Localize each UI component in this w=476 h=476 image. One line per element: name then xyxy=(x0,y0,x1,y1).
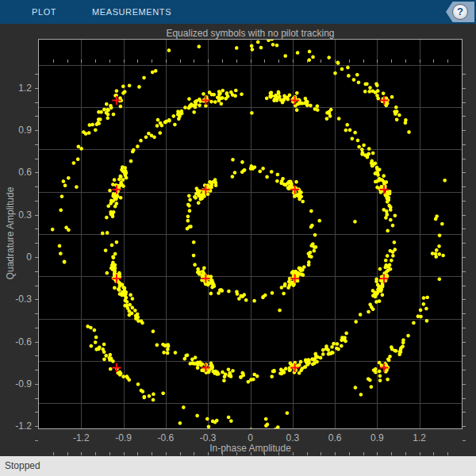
axis-tick-mark xyxy=(35,215,38,216)
help-button[interactable]: ? xyxy=(446,2,474,22)
y-tick-label: 0.6 xyxy=(0,167,32,178)
tab-plot[interactable]: PLOT xyxy=(32,0,56,24)
axis-tick-mark xyxy=(463,370,466,370)
axis-tick-mark xyxy=(35,257,38,258)
axis-tick-mark xyxy=(349,60,350,63)
axis-tick-mark xyxy=(463,398,466,399)
axis-tick-mark xyxy=(109,452,110,455)
axis-tick-mark xyxy=(67,452,68,455)
axis-tick-mark xyxy=(35,243,38,244)
axis-tick-mark xyxy=(35,88,38,89)
axis-tick-mark xyxy=(35,384,38,385)
axis-tick-mark xyxy=(166,60,167,63)
chart-title: Equalized symbols with no pilot tracking xyxy=(39,28,462,39)
axis-tick-mark xyxy=(137,452,138,455)
y-tick-label: -0.9 xyxy=(0,378,32,390)
axis-tick-mark xyxy=(35,102,38,103)
axis-tick-mark xyxy=(264,452,265,455)
axis-tick-mark xyxy=(35,228,38,229)
axis-tick-mark xyxy=(377,60,378,63)
axis-tick-mark xyxy=(95,60,96,63)
axis-tick-mark xyxy=(463,186,466,187)
axis-tick-mark xyxy=(293,452,294,455)
axis-tick-mark xyxy=(420,452,420,455)
x-tick-label: 1.2 xyxy=(404,432,436,443)
axis-tick-mark xyxy=(321,60,321,63)
x-tick-label: 0.6 xyxy=(319,432,351,443)
y-axis-label: Quadrature Amplitude xyxy=(5,187,16,280)
axis-tick-mark xyxy=(349,452,350,455)
y-tick-label: -1.2 xyxy=(0,420,32,432)
axis-tick-mark xyxy=(35,159,38,159)
axis-tick-mark xyxy=(463,328,466,328)
axis-tick-mark xyxy=(35,313,38,314)
axis-tick-mark xyxy=(420,60,420,63)
axis-tick-mark xyxy=(433,452,434,455)
axis-tick-mark xyxy=(463,74,466,75)
axis-tick-mark xyxy=(463,130,466,131)
axis-tick-mark xyxy=(463,215,466,216)
x-tick-label: 0 xyxy=(235,432,267,443)
plot-area[interactable] xyxy=(38,39,463,429)
axis-tick-mark xyxy=(463,426,466,427)
tab-measurements[interactable]: MEASUREMENTS xyxy=(92,0,171,24)
axis-tick-mark xyxy=(152,60,152,63)
y-tick-label: 0.9 xyxy=(0,125,32,136)
axis-tick-mark xyxy=(307,60,308,63)
axis-tick-mark xyxy=(363,452,364,455)
axis-tick-mark xyxy=(35,440,38,441)
axis-tick-mark xyxy=(35,201,38,202)
axis-tick-mark xyxy=(35,286,38,286)
axis-tick-mark xyxy=(194,452,194,455)
y-tick-label: -0.6 xyxy=(0,336,32,347)
axis-tick-mark xyxy=(335,452,336,455)
axis-tick-mark xyxy=(293,60,294,63)
axis-tick-mark xyxy=(67,60,68,63)
axis-tick-mark xyxy=(124,452,125,455)
axis-tick-mark xyxy=(463,228,466,229)
axis-tick-mark xyxy=(463,355,466,356)
axis-tick-mark xyxy=(391,452,392,455)
axis-tick-mark xyxy=(278,452,279,455)
constellation-plot-canvas[interactable] xyxy=(39,40,462,428)
axis-tick-mark xyxy=(463,172,466,173)
constellation-diagram-window: PLOT MEASUREMENTS ? Equalized symbols wi… xyxy=(0,0,476,476)
axis-tick-mark xyxy=(391,60,392,63)
y-tick-label: 0 xyxy=(0,251,32,263)
axis-tick-mark xyxy=(35,186,38,187)
toolstrip: PLOT MEASUREMENTS ? xyxy=(0,0,476,24)
axis-tick-mark xyxy=(137,60,138,63)
axis-tick-mark xyxy=(377,452,378,455)
axis-tick-mark xyxy=(180,452,181,455)
axis-tick-mark xyxy=(405,452,406,455)
axis-tick-mark xyxy=(463,412,466,413)
x-tick-label: 0.3 xyxy=(277,432,309,443)
axis-tick-mark xyxy=(35,398,38,399)
axis-tick-mark xyxy=(53,452,54,455)
x-tick-label: 0.9 xyxy=(361,432,393,443)
axis-tick-mark xyxy=(447,452,448,455)
axis-tick-mark xyxy=(35,412,38,413)
axis-tick-mark xyxy=(152,452,152,455)
axis-tick-mark xyxy=(463,299,466,300)
axis-tick-mark xyxy=(180,60,181,63)
x-tick-label: -0.9 xyxy=(108,432,140,443)
y-tick-label: -0.3 xyxy=(0,294,32,305)
axis-tick-mark xyxy=(363,60,364,63)
axis-tick-mark xyxy=(463,440,466,441)
axis-tick-mark xyxy=(222,60,223,63)
axis-tick-mark xyxy=(463,286,466,286)
axis-tick-mark xyxy=(35,130,38,131)
axis-tick-mark xyxy=(194,60,194,63)
axis-tick-mark xyxy=(236,452,237,455)
axis-tick-mark xyxy=(251,452,251,455)
axis-tick-mark xyxy=(433,60,434,63)
axis-tick-mark xyxy=(463,342,466,343)
axis-tick-mark xyxy=(463,144,466,145)
y-tick-label: 0.3 xyxy=(0,209,32,221)
axis-tick-mark xyxy=(35,116,38,117)
axis-tick-mark xyxy=(463,88,466,89)
axis-tick-mark xyxy=(35,426,38,427)
axis-tick-mark xyxy=(35,299,38,300)
x-tick-label: -1.2 xyxy=(65,432,97,443)
